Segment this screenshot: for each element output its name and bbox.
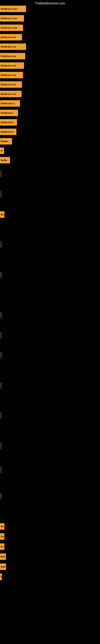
bottleneck-bar-label-6: Bottleneck res — [1, 64, 16, 67]
bottleneck-bar-0: Bottleneck resu — [0, 6, 26, 12]
vertical-line-18 — [1, 191, 1, 197]
bottleneck-bar-5: Bottleneck res — [0, 53, 25, 59]
bottleneck-bar-4: Bottleneck res — [0, 44, 26, 50]
vertical-line-23 — [1, 332, 1, 338]
bottleneck-bar-34: Bott — [0, 564, 6, 570]
bottleneck-bar-label-0: Bottleneck resu — [1, 8, 17, 10]
bottleneck-bar-label-5: Bottleneck res — [1, 55, 16, 57]
bottleneck-bar-19: Bo — [0, 211, 4, 218]
vertical-line-29 — [1, 493, 1, 499]
bottleneck-bar-label-3: Bottleneck res — [1, 36, 16, 38]
vertical-line-25 — [1, 382, 1, 388]
bottleneck-bar-10: Bottleneck re — [0, 100, 20, 107]
vertical-line-21 — [1, 272, 1, 278]
bottleneck-bar-label-7: Bottleneck res — [1, 74, 16, 76]
bottleneck-bar-9: Bottleneck res — [0, 91, 22, 97]
bottleneck-bar-6: Bottleneck res — [0, 62, 24, 69]
bottleneck-bar-15: B — [0, 148, 4, 154]
bottleneck-bar-13: Bottleneck n — [0, 128, 16, 135]
bottleneck-bar-label-10: Bottleneck re — [1, 102, 15, 105]
bottleneck-bar-label-9: Bottleneck res — [1, 93, 16, 95]
bottleneck-bar-11: Bottleneck r — [0, 110, 18, 116]
vertical-line-24 — [1, 352, 1, 358]
vertical-line-17 — [1, 171, 1, 177]
vertical-line-20 — [1, 242, 1, 248]
bottleneck-bar-label-16: Bottle — [1, 159, 7, 162]
bottleneck-bar-label-8: Bottleneck res — [1, 83, 16, 86]
bottleneck-bar-label-1: Bottleneck resu — [1, 17, 17, 20]
bottleneck-bar-32: Bo — [0, 544, 4, 550]
bottleneck-bar-label-19: Bo — [1, 213, 4, 216]
bottleneck-bar-label-4: Bottleneck res — [1, 46, 16, 48]
vertical-line-28 — [1, 467, 1, 473]
bottleneck-bar-label-32: Bo — [1, 546, 4, 548]
bottleneck-bar-label-15: B — [1, 150, 2, 152]
vertical-line-26 — [1, 412, 1, 418]
bottleneck-bar-30: Bo — [0, 523, 4, 530]
bottleneck-bar-label-2: Bottleneck resu — [1, 26, 17, 29]
vertical-line-22 — [1, 312, 1, 318]
bottleneck-bar-label-30: Bo — [1, 525, 4, 528]
bottleneck-bar-label-12: Bottleneck n — [1, 121, 14, 124]
bottleneck-bar-label-13: Bottleneck n — [1, 130, 14, 133]
vertical-line-27 — [1, 443, 1, 449]
bottleneck-bar-label-11: Bottleneck r — [1, 112, 14, 114]
bottleneck-bar-12: Bottleneck n — [0, 119, 17, 126]
bottleneck-bar-2: Bottleneck resu — [0, 24, 23, 31]
bottleneck-bar-16: Bottle — [0, 157, 10, 164]
bottleneck-bar-3: Bottleneck res — [0, 34, 22, 40]
bottleneck-bar-31: Bo — [0, 533, 4, 540]
bottleneck-bar-35: B — [0, 574, 2, 580]
bottleneck-bar-1: Bottleneck resu — [0, 15, 24, 22]
bottleneck-bar-33: Bott — [0, 554, 6, 560]
bottleneck-bar-label-35: B — [1, 576, 2, 578]
bottleneck-bar-7: Bottleneck res — [0, 72, 23, 78]
bottleneck-bar-8: Bottleneck res — [0, 81, 22, 88]
bottleneck-bar-label-34: Bott — [1, 566, 5, 568]
bottleneck-bar-14: Bottlen — [0, 138, 12, 144]
bottleneck-bar-label-31: Bo — [1, 535, 4, 538]
bottleneck-bar-label-14: Bottlen — [1, 140, 8, 142]
bottleneck-bar-label-33: Bott — [1, 556, 5, 558]
